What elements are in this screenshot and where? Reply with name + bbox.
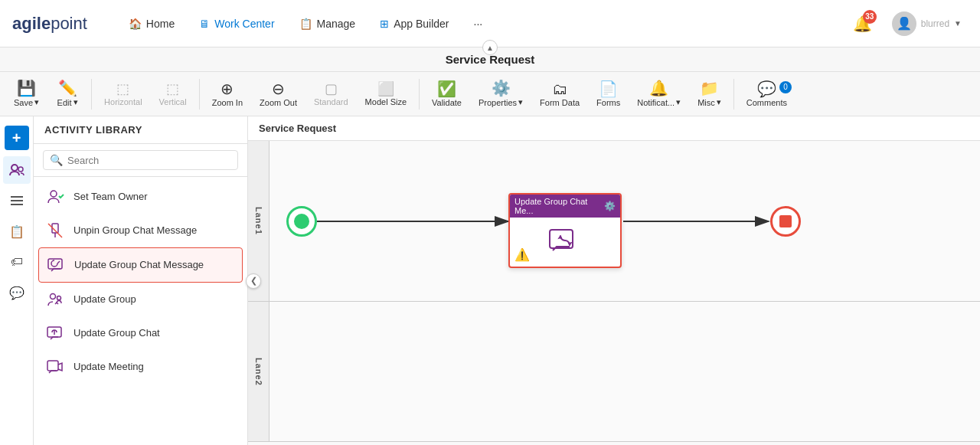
- sidebar-icon-tag[interactable]: 🏷: [3, 248, 31, 276]
- logo-text: agilepoint: [12, 14, 87, 34]
- toolbar: 💾 Save ▾ ✏️ Edit ▾ ⬚ Horizontal ⬚ Vertic…: [0, 72, 980, 116]
- start-inner: [294, 214, 309, 229]
- update-group-icon: [44, 289, 66, 310]
- svg-rect-3: [11, 200, 23, 201]
- list-item-update-group-chat[interactable]: Update Group Chat: [34, 316, 247, 350]
- properties-icon: ⚙️: [492, 80, 511, 96]
- set-team-owner-icon: [44, 186, 66, 208]
- main-layout: + 📋 🏷 💬 ACTIVITY LIBRARY 🔍 Set Team Owne…: [0, 116, 980, 445]
- unpin-icon: [44, 220, 66, 241]
- sidebar-icons: + 📋 🏷 💬: [0, 116, 34, 445]
- properties-label: Properties ▾: [479, 97, 523, 107]
- standard-icon: ▢: [325, 82, 338, 96]
- sidebar-icon-list[interactable]: [3, 187, 31, 214]
- svg-rect-9: [48, 259, 62, 269]
- nav-more[interactable]: ···: [463, 11, 494, 36]
- collapse-button[interactable]: ▲: [482, 40, 498, 55]
- comments-badge: 0: [779, 81, 792, 93]
- edit-icon: ✏️: [58, 80, 77, 96]
- activity-body-icon: [548, 225, 582, 259]
- update-meeting-icon: [44, 356, 66, 378]
- zoomout-icon: ⊖: [272, 81, 285, 97]
- list-item-update-meeting[interactable]: Update Meeting: [34, 350, 247, 384]
- activity-node-body: ⚠️: [510, 218, 620, 267]
- warning-badge: ⚠️: [514, 247, 530, 262]
- nav-home-label: Home: [146, 18, 175, 30]
- nav-manage-label: Manage: [317, 18, 356, 30]
- list-item-update-group[interactable]: Update Group: [34, 283, 247, 316]
- formdata-label: Form Data: [540, 98, 580, 107]
- save-icon: 💾: [17, 80, 36, 96]
- zoomin-icon: ⊕: [220, 81, 234, 97]
- nav-appbuilder[interactable]: ⊞ App Builder: [369, 11, 459, 36]
- end-node[interactable]: [770, 206, 801, 237]
- more-icon: ···: [474, 18, 483, 30]
- toolbar-validate[interactable]: ✅ Validate: [424, 78, 469, 110]
- horizontal-icon: ⬚: [116, 82, 129, 96]
- toolbar-zoomout[interactable]: ⊖ Zoom Out: [252, 78, 305, 110]
- svg-point-11: [57, 296, 61, 300]
- nav-manage[interactable]: 📋 Manage: [289, 11, 367, 36]
- settings-icon[interactable]: ⚙️: [604, 201, 616, 211]
- canvas-content[interactable]: Lane1 Lane2: [248, 141, 980, 442]
- list-item-update-group-chat-message[interactable]: Update Group Chat Message: [38, 247, 243, 283]
- nav-items: 🏠 Home 🖥 Work Center 📋 Manage ⊞ App Buil…: [118, 11, 848, 36]
- modelsize-label: Model Size: [365, 97, 407, 106]
- toolbar-modelsize[interactable]: ⬜ Model Size: [358, 79, 414, 110]
- sidebar-icon-teams[interactable]: [3, 156, 31, 184]
- list-item-unpin-group-chat[interactable]: Unpin Group Chat Message: [34, 214, 247, 247]
- toolbar-properties[interactable]: ⚙️ Properties ▾: [471, 77, 531, 110]
- sidebar-icon-chat[interactable]: 💬: [3, 279, 31, 306]
- chevron-down-icon: ▼: [954, 19, 962, 28]
- search-input[interactable]: [67, 155, 231, 166]
- search-icon: 🔍: [50, 154, 63, 166]
- forms-icon: 📄: [599, 81, 618, 97]
- add-activity-button[interactable]: +: [5, 126, 29, 150]
- toolbar-zoomin[interactable]: ⊕ Zoom In: [204, 78, 250, 110]
- panel-collapse-toggle[interactable]: ❮: [246, 273, 261, 289]
- toolbar-forms[interactable]: 📄 Forms: [589, 78, 628, 110]
- toolbar-save[interactable]: 💾 Save ▾: [6, 77, 47, 110]
- nav-home[interactable]: 🏠 Home: [118, 11, 185, 36]
- separator-4: [733, 79, 734, 110]
- start-node[interactable]: [286, 206, 317, 237]
- toolbar-formdata[interactable]: 🗂 Form Data: [532, 78, 587, 110]
- nav-workcenter-label: Work Center: [214, 18, 274, 30]
- horizontal-label: Horizontal: [104, 97, 142, 106]
- unpin-group-chat-label: Unpin Group Chat Message: [74, 224, 197, 237]
- notifications-label: Notificat... ▾: [637, 97, 681, 107]
- home-icon: 🏠: [129, 18, 142, 30]
- activity-library-header: ACTIVITY LIBRARY: [34, 116, 247, 144]
- modelsize-icon: ⬜: [377, 82, 394, 96]
- list-item-set-team-owner[interactable]: Set Team Owner: [34, 180, 247, 214]
- user-avatar[interactable]: 👤 blurred ▼: [886, 8, 968, 39]
- end-inner: [779, 215, 792, 227]
- misc-icon: 📁: [700, 80, 719, 96]
- zoomin-label: Zoom In: [212, 98, 243, 107]
- separator-3: [419, 79, 420, 110]
- nav-workcenter[interactable]: 🖥 Work Center: [188, 11, 285, 36]
- misc-label: Misc ▾: [697, 97, 721, 107]
- save-label: Save ▾: [14, 97, 39, 107]
- svg-point-5: [51, 191, 57, 197]
- set-team-owner-label: Set Team Owner: [74, 191, 148, 204]
- sidebar-icon-forms[interactable]: 📋: [3, 218, 31, 245]
- toolbar-misc[interactable]: 📁 Misc ▾: [690, 77, 729, 110]
- vertical-label: Vertical: [159, 97, 187, 106]
- activity-panel: ACTIVITY LIBRARY 🔍 Set Team Owner Unpin …: [34, 116, 248, 445]
- activity-node[interactable]: Update Group Chat Me... ⚙️ ⚠️: [508, 193, 622, 268]
- page-title-bar: ▲ Service Request: [0, 47, 980, 72]
- notification-bell[interactable]: 🔔 33: [848, 10, 877, 38]
- manage-icon: 📋: [299, 18, 312, 30]
- svg-point-1: [18, 167, 23, 172]
- grid-icon: ⊞: [380, 18, 389, 30]
- toolbar-comments[interactable]: 💬 0 Comments: [739, 78, 795, 110]
- lane-2: Lane2: [248, 302, 980, 442]
- validate-label: Validate: [432, 98, 462, 107]
- toolbar-notifications[interactable]: 🔔 Notificat... ▾: [629, 77, 688, 110]
- forms-label: Forms: [596, 98, 620, 107]
- lane2-label: Lane2: [248, 302, 270, 441]
- toolbar-edit[interactable]: ✏️ Edit ▾: [48, 77, 87, 110]
- search-box: 🔍: [43, 150, 238, 170]
- nav-appbuilder-label: App Builder: [394, 18, 449, 30]
